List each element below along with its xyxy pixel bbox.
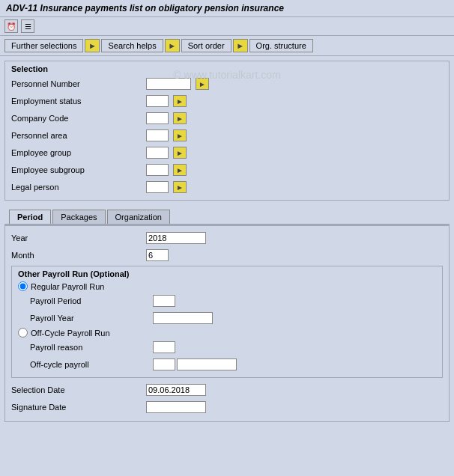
payroll-period-row: Payroll Period <box>18 293 436 308</box>
main-nav-bar: Further selections ► Search helps ► Sort… <box>0 36 454 56</box>
payroll-reason-label: Payroll reason <box>18 343 153 352</box>
legal-person-input[interactable] <box>146 181 169 193</box>
signature-date-row: Signature Date <box>11 400 443 415</box>
year-row: Year <box>11 231 443 245</box>
offcycle-payroll-input2[interactable] <box>177 358 237 370</box>
employee-subgroup-input[interactable] <box>146 164 169 176</box>
offcycle-payroll-detail-label: Off-cycle payroll <box>18 360 153 369</box>
signature-date-input[interactable] <box>146 401 206 413</box>
search-helps-btn[interactable]: Search helps <box>101 39 163 52</box>
org-structure-btn[interactable]: Org. structure <box>249 39 313 52</box>
tab-period[interactable]: Period <box>9 210 51 224</box>
employee-group-arrow[interactable]: ► <box>173 147 187 159</box>
payroll-period-input[interactable] <box>153 295 175 307</box>
payroll-year-label: Payroll Year <box>18 314 153 323</box>
tab-organization[interactable]: Organization <box>107 210 170 224</box>
further-selections-arrow[interactable]: ► <box>85 39 100 52</box>
personnel-number-input[interactable] <box>146 78 191 90</box>
personnel-number-row: Personnel Number ► <box>11 76 443 91</box>
title-bar: ADV-11 Insurance payments list on obliga… <box>0 0 454 17</box>
payroll-year-input[interactable] <box>153 312 213 324</box>
selection-date-label: Selection Date <box>11 385 146 394</box>
employment-status-row: Employment status ► <box>11 94 443 109</box>
personnel-number-label: Personnel Number <box>11 79 146 88</box>
employment-status-arrow[interactable]: ► <box>173 95 187 107</box>
employee-group-input[interactable] <box>146 147 169 159</box>
sort-order-btn[interactable]: Sort order <box>181 39 231 52</box>
company-code-row: Company Code ► <box>11 111 443 126</box>
employment-status-input[interactable] <box>146 95 169 107</box>
legal-person-label: Legal person <box>11 183 146 192</box>
company-code-input[interactable] <box>146 112 169 124</box>
company-code-label: Company Code <box>11 114 146 123</box>
payroll-reason-input[interactable] <box>153 341 175 353</box>
selection-date-input[interactable] <box>146 384 206 396</box>
toolbar: ⏰ ☰ <box>0 17 454 36</box>
offcycle-payroll-radio[interactable] <box>18 328 28 338</box>
month-row: Month <box>11 248 443 263</box>
personnel-area-arrow[interactable]: ► <box>173 129 187 141</box>
personnel-number-arrow[interactable]: ► <box>196 78 209 90</box>
personnel-area-label: Personnel area <box>11 131 146 140</box>
company-code-arrow[interactable]: ► <box>173 112 187 124</box>
search-helps-arrow[interactable]: ► <box>165 39 180 52</box>
offcycle-payroll-row: Off-Cycle Payroll Run <box>18 328 436 338</box>
period-tabs: Period Packages Organization <box>4 207 450 225</box>
employee-subgroup-arrow[interactable]: ► <box>173 164 187 176</box>
other-payroll-section: Other Payroll Run (Optional) Regular Pay… <box>11 266 443 378</box>
sort-order-arrow[interactable]: ► <box>233 39 248 52</box>
signature-date-label: Signature Date <box>11 403 146 412</box>
payroll-reason-row: Payroll reason <box>18 340 436 355</box>
offcycle-payroll-label: Off-Cycle Payroll Run <box>31 329 110 338</box>
month-label: Month <box>11 251 146 260</box>
year-input[interactable] <box>146 232 206 244</box>
regular-payroll-label: Regular Payroll Run <box>31 282 104 291</box>
page-title: ADV-11 Insurance payments list on obliga… <box>6 3 284 13</box>
year-label: Year <box>11 234 146 242</box>
employee-subgroup-row: Employee subgroup ► <box>11 162 443 177</box>
further-selections-btn[interactable]: Further selections <box>4 39 83 52</box>
regular-payroll-row: Regular Payroll Run <box>18 281 436 291</box>
period-tab-content: Year Month Other Payroll Run (Optional) … <box>4 225 450 422</box>
list-icon[interactable]: ☰ <box>21 19 34 33</box>
selection-title: Selection <box>11 64 443 73</box>
selection-section: Selection Personnel Number ► Employment … <box>4 61 450 201</box>
legal-person-arrow[interactable]: ► <box>173 181 187 193</box>
payroll-year-row: Payroll Year <box>18 311 436 326</box>
regular-payroll-radio[interactable] <box>18 281 28 291</box>
employee-group-label: Employee group <box>11 148 146 157</box>
month-input[interactable] <box>146 249 169 261</box>
personnel-area-input[interactable] <box>146 129 169 141</box>
selection-date-row: Selection Date <box>11 382 443 397</box>
employment-status-label: Employment status <box>11 97 146 106</box>
tab-packages[interactable]: Packages <box>52 210 105 224</box>
personnel-area-row: Personnel area ► <box>11 128 443 143</box>
offcycle-payroll-detail-row: Off-cycle payroll <box>18 357 436 372</box>
clock-icon[interactable]: ⏰ <box>4 19 18 33</box>
other-payroll-title: Other Payroll Run (Optional) <box>18 269 436 278</box>
offcycle-payroll-input1[interactable] <box>153 358 175 370</box>
legal-person-row: Legal person ► <box>11 180 443 195</box>
employee-group-row: Employee group ► <box>11 145 443 160</box>
payroll-period-label: Payroll Period <box>18 296 153 305</box>
employee-subgroup-label: Employee subgroup <box>11 165 146 174</box>
